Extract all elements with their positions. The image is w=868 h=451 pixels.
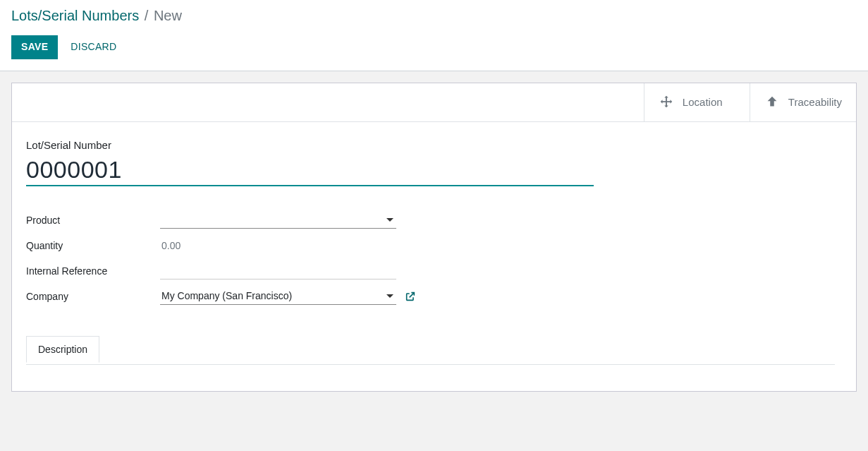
company-label: Company <box>26 291 160 302</box>
product-label: Product <box>26 215 160 226</box>
product-field[interactable] <box>160 211 396 229</box>
title-field: Lot/Serial Number <box>26 139 594 186</box>
quantity-label: Quantity <box>26 240 160 251</box>
stat-button-box: Location Traceability <box>12 83 856 122</box>
traceability-stat-label: Traceability <box>788 96 842 108</box>
internal-reference-input[interactable] <box>160 262 396 279</box>
breadcrumb-separator: / <box>145 8 149 23</box>
form-sheet-bg: Location Traceability Lot/Serial Number <box>11 83 857 392</box>
internal-reference-row: Internal Reference <box>26 258 421 284</box>
location-stat-button[interactable]: Location <box>644 83 750 121</box>
quantity-value: 0.00 <box>160 240 181 251</box>
product-input[interactable] <box>160 211 396 229</box>
traceability-stat-button[interactable]: Traceability <box>750 83 856 121</box>
discard-button[interactable]: DISCARD <box>61 35 126 59</box>
company-input[interactable] <box>160 287 396 305</box>
company-field[interactable] <box>160 287 396 305</box>
company-row: Company <box>26 284 421 309</box>
form-content: Location Traceability Lot/Serial Number <box>0 71 868 451</box>
tab-bar: Description <box>26 336 835 363</box>
control-buttons: SAVE DISCARD <box>11 35 857 59</box>
product-row: Product <box>26 208 421 233</box>
lot-serial-input[interactable] <box>26 154 594 185</box>
breadcrumb-current: New <box>154 8 182 23</box>
arrow-up-icon <box>764 95 780 110</box>
breadcrumb: Lots/Serial Numbers / New <box>11 6 857 25</box>
tab-content <box>26 363 835 391</box>
form-sheet: Lot/Serial Number Product <box>12 122 856 391</box>
move-icon <box>659 95 674 110</box>
breadcrumb-root[interactable]: Lots/Serial Numbers <box>11 8 139 23</box>
control-panel: Lots/Serial Numbers / New SAVE DISCARD <box>0 0 868 71</box>
quantity-field: 0.00 <box>160 240 421 251</box>
title-label: Lot/Serial Number <box>26 139 594 151</box>
internal-reference-label: Internal Reference <box>26 265 160 277</box>
external-link-icon[interactable] <box>405 291 416 302</box>
save-button[interactable]: SAVE <box>11 35 58 59</box>
location-stat-label: Location <box>683 96 723 108</box>
internal-reference-field[interactable] <box>160 262 396 279</box>
quantity-row: Quantity 0.00 <box>26 233 421 258</box>
field-group: Product Quantity 0.00 Internal R <box>26 208 421 309</box>
notebook: Description <box>26 364 835 391</box>
title-input-wrap[interactable] <box>26 154 594 186</box>
tab-description[interactable]: Description <box>26 336 99 363</box>
